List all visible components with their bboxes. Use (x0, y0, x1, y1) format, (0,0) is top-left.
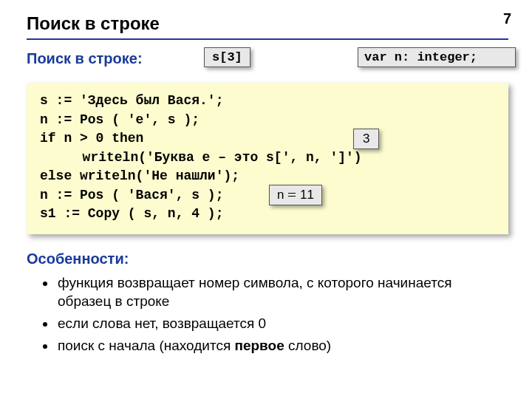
subtitle-row: Поиск в строке: s[3] var n: integer; (27, 50, 508, 75)
list-bold: первое (234, 338, 284, 353)
features-title: Особенности: (27, 250, 508, 267)
code-block-wrap: s := 'Здесь был Вася.'; n := Pos ( 'е', … (27, 83, 508, 234)
code-line: writeln('Буква е – это s[', n, ']') (40, 149, 362, 168)
list-text: поиск с начала (находится (58, 338, 234, 353)
code-line: n := Pos ( 'е', s ); (40, 112, 200, 127)
code-block: s := 'Здесь был Вася.'; n := Pos ( 'е', … (27, 83, 508, 234)
page-title: Поиск в строке (27, 13, 508, 40)
code-line: else writeln('Не нашли'); (40, 168, 239, 183)
code-line: s1 := Copy ( s, n, 4 ); (40, 206, 223, 221)
badge-n11-right: 11 (300, 188, 314, 202)
badge-var-decl: var n: integer; (358, 47, 516, 67)
code-line: if n > 0 then (40, 131, 143, 146)
features-section: Особенности: функция возвращает номер си… (27, 250, 508, 355)
page-number: 7 (503, 10, 511, 27)
list-text: функция возвращает номер символа, с кото… (58, 275, 451, 310)
equals-icon (288, 193, 296, 197)
list-item: функция возвращает номер символа, с кото… (56, 273, 508, 311)
list-item: поиск с начала (находится первое слово) (56, 336, 508, 355)
features-list: функция возвращает номер символа, с кото… (27, 273, 508, 355)
list-item: если слова нет, возвращается 0 (56, 314, 508, 333)
list-text: слово) (284, 338, 331, 353)
section-subtitle: Поиск в строке: (27, 50, 143, 66)
badge-3: 3 (353, 129, 379, 149)
code-line: n := Pos ( 'Вася', s ); (40, 188, 223, 202)
code-line: s := 'Здесь был Вася.'; (40, 93, 223, 108)
badge-s3: s[3] (204, 47, 250, 67)
list-text: если слова нет, возвращается 0 (58, 316, 266, 331)
badge-n11: n 11 (269, 185, 322, 205)
badge-n11-left: n (277, 188, 284, 202)
